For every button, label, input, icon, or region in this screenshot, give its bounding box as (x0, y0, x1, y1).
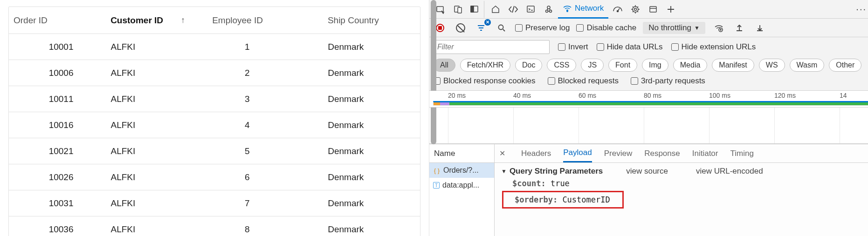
view-url-encoded-link[interactable]: view URL-encoded (696, 167, 763, 176)
column-header-customer-id[interactable]: Customer ID ↑ (106, 15, 207, 26)
cell-ship-country: Denmark (323, 94, 420, 104)
svg-rect-2 (458, 7, 462, 13)
network-conditions-icon[interactable] (712, 21, 726, 35)
cell-employee-id: 4 (207, 120, 323, 130)
preserve-log-checkbox[interactable]: Preserve log (515, 23, 570, 33)
vertical-scrollbar[interactable] (429, 0, 429, 236)
column-header-customer-id-label: Customer ID (110, 15, 163, 26)
performance-tab-icon[interactable] (609, 1, 626, 18)
import-har-icon[interactable] (732, 21, 746, 35)
detail-tab-initiator[interactable]: Initiator (692, 145, 718, 162)
cell-order-id: 10031 (9, 198, 106, 209)
clear-button[interactable] (454, 21, 468, 35)
dock-icon[interactable] (468, 1, 484, 18)
column-header-ship-country[interactable]: Ship Country (323, 15, 420, 26)
timeline-tick: 80 ms (644, 92, 709, 99)
memory-tab-icon[interactable] (627, 1, 644, 18)
type-filter-img[interactable]: Img (642, 59, 668, 72)
cell-order-id: 10021 (9, 146, 106, 156)
type-filter-js[interactable]: JS (581, 59, 604, 72)
detail-tab-payload[interactable]: Payload (563, 144, 592, 162)
devtools-tabstrip: Network ··· (429, 0, 868, 19)
svg-rect-0 (437, 7, 443, 12)
disable-cache-checkbox[interactable]: Disable cache (576, 23, 636, 33)
hide-data-urls-checkbox[interactable]: Hide data URLs (597, 42, 663, 52)
column-header-order-id[interactable]: Order ID (9, 15, 106, 26)
cell-order-id: 10016 (9, 120, 106, 130)
timeline-tick: 100 ms (709, 92, 774, 99)
third-party-checkbox[interactable]: 3rd-party requests (631, 76, 705, 86)
type-filter-ws[interactable]: WS (759, 59, 785, 72)
throttling-dropdown[interactable]: No throttling▼ (643, 22, 705, 34)
type-filter-other[interactable]: Other (829, 59, 861, 72)
type-filter-fetchxhr[interactable]: Fetch/XHR (460, 59, 510, 72)
console-tab-icon[interactable] (523, 1, 539, 18)
query-string-params-header[interactable]: ▼ Query String Parameters view source vi… (501, 167, 868, 176)
scrollbar-thumb[interactable] (431, 0, 436, 144)
param-count-key: $count: (512, 179, 546, 188)
add-tab-icon[interactable] (662, 1, 679, 18)
device-icon[interactable] (450, 1, 467, 18)
param-count: $count: true (501, 176, 868, 191)
timeline-tick: 60 ms (579, 92, 644, 99)
detail-tab-preview[interactable]: Preview (604, 145, 632, 162)
view-source-link[interactable]: view source (626, 167, 668, 176)
json-icon: { } (433, 167, 441, 174)
sort-asc-icon: ↑ (181, 15, 185, 25)
table-row[interactable]: 10001ALFKI1Denmark (9, 34, 420, 60)
cell-order-id: 10036 (9, 224, 106, 235)
cell-employee-id: 7 (207, 198, 323, 209)
highlighted-param-box: $orderby: CustomerID (502, 191, 624, 209)
blocked-cookies-checkbox[interactable]: Blocked response cookies (433, 76, 536, 86)
type-filter-wasm[interactable]: Wasm (790, 59, 825, 72)
type-filter-font[interactable]: Font (608, 59, 637, 72)
network-tab[interactable]: Network (558, 0, 608, 19)
type-filter-media[interactable]: Media (673, 59, 708, 72)
detail-tab-timing[interactable]: Timing (730, 145, 753, 162)
more-icon[interactable]: ··· (856, 4, 867, 14)
network-timeline[interactable]: 20 ms40 ms60 ms80 ms100 ms120 ms14 (429, 91, 868, 108)
wifi-icon (563, 4, 572, 13)
sources-tab-icon[interactable] (540, 1, 557, 18)
timeline-grid[interactable] (429, 108, 868, 144)
request-item[interactable]: { }Orders/?... (429, 163, 494, 178)
request-item[interactable]: Tdata:appl... (429, 178, 494, 193)
table-row[interactable]: 10021ALFKI5Denmark (9, 138, 420, 164)
export-har-icon[interactable] (753, 21, 767, 35)
detail-tab-response[interactable]: Response (644, 145, 680, 162)
type-filter-doc[interactable]: Doc (515, 59, 542, 72)
request-list-header[interactable]: Name (429, 144, 494, 163)
cell-employee-id: 2 (207, 68, 323, 78)
preserve-log-label: Preserve log (525, 23, 570, 33)
data-grid: Order ID Customer ID ↑ Employee ID Ship … (8, 7, 420, 236)
blocked-requests-checkbox[interactable]: Blocked requests (548, 76, 619, 86)
close-detail-icon[interactable]: ✕ (499, 149, 505, 158)
svg-point-8 (550, 10, 552, 12)
column-header-employee-id[interactable]: Employee ID (207, 15, 323, 26)
cell-ship-country: Denmark (323, 224, 420, 235)
type-filter-manifest[interactable]: Manifest (712, 59, 754, 72)
grid-header-row: Order ID Customer ID ↑ Employee ID Ship … (9, 7, 420, 34)
type-filter-all[interactable]: All (433, 59, 455, 72)
cell-ship-country: Denmark (323, 120, 420, 130)
table-row[interactable]: 10006ALFKI2Denmark (9, 60, 420, 86)
type-filter-css[interactable]: CSS (547, 59, 576, 72)
application-tab-icon[interactable] (645, 1, 661, 18)
hide-extension-urls-label: Hide extension URLs (682, 42, 756, 52)
svg-point-12 (634, 8, 637, 10)
detail-tab-headers[interactable]: Headers (521, 145, 551, 162)
table-row[interactable]: 10011ALFKI3Denmark (9, 86, 420, 112)
elements-tab-icon[interactable] (505, 1, 522, 18)
qsp-title: Query String Parameters (510, 167, 603, 176)
table-row[interactable]: 10036ALFKI8Denmark (9, 216, 420, 236)
table-row[interactable]: 10031ALFKI7Denmark (9, 190, 420, 216)
cell-customer-id: ALFKI (106, 224, 207, 235)
table-row[interactable]: 10016ALFKI4Denmark (9, 112, 420, 138)
welcome-tab-icon[interactable] (487, 1, 504, 18)
filter-toggle-icon[interactable]: ✕ (474, 21, 488, 35)
table-row[interactable]: 10026ALFKI6Denmark (9, 164, 420, 190)
search-icon[interactable] (495, 21, 509, 35)
hide-extension-urls-checkbox[interactable]: Hide extension URLs (671, 42, 756, 52)
invert-checkbox[interactable]: Invert (558, 42, 588, 52)
filter-input[interactable] (433, 40, 550, 54)
